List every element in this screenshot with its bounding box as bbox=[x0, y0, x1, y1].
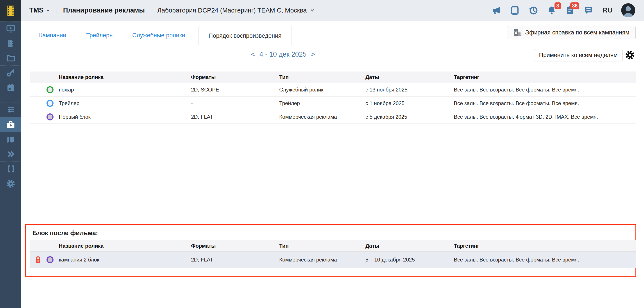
column-header-type: Тип bbox=[279, 243, 366, 249]
tab-service-clips[interactable]: Служебные ролики bbox=[132, 32, 185, 39]
column-header-formats: Форматы bbox=[191, 74, 279, 80]
tasks-button[interactable]: 36 bbox=[565, 5, 575, 16]
clip-formats: 2D, SCOPE bbox=[191, 87, 279, 93]
folder-icon bbox=[6, 53, 16, 63]
settings-gear-button[interactable] bbox=[625, 50, 636, 61]
playlist-transfer-icon bbox=[6, 105, 15, 114]
clip-type: Служебный ролик bbox=[279, 87, 366, 93]
sidebar-item-ad-planning[interactable] bbox=[0, 117, 21, 132]
double-chevron-icon bbox=[6, 150, 15, 159]
notifications-button[interactable]: 3 bbox=[546, 5, 557, 16]
history-icon bbox=[528, 5, 538, 15]
chevron-down-icon bbox=[46, 8, 50, 13]
language-switcher[interactable]: RU bbox=[602, 6, 612, 14]
app-logo[interactable] bbox=[0, 0, 21, 21]
apply-all-weeks-button[interactable]: Применить ко всем неделям bbox=[534, 49, 623, 62]
sidebar-item-settings[interactable] bbox=[0, 176, 21, 191]
clip-name: кампания 2 блок bbox=[59, 257, 191, 263]
clip-targeting: Все залы. Все возрасты. Все форматы. Всё… bbox=[454, 100, 636, 106]
after-film-table: Название ролика Форматы Тип Даты Таргети… bbox=[30, 240, 636, 268]
after-film-table-body: кампания 2 блок 2D, FLAT Коммерческая ре… bbox=[30, 252, 636, 268]
clip-formats: 2D, FLAT bbox=[191, 114, 279, 120]
broadcast-report-label: Эфирная справка по всем кампаниям bbox=[525, 29, 630, 36]
tab-campaigns[interactable]: Кампании bbox=[39, 32, 66, 39]
status-circle[interactable] bbox=[46, 256, 54, 263]
topbar-actions: 3 36 RU bbox=[491, 3, 635, 17]
clip-targeting: Все залы. Все возрасты. Все форматы. Всё… bbox=[454, 257, 636, 263]
person-silhouette-icon bbox=[621, 3, 635, 17]
lock-icon[interactable] bbox=[35, 256, 42, 263]
venue-selector[interactable]: Лаборатория DCP24 (Мастеринг) TEAM С, Мо… bbox=[157, 7, 315, 14]
app-menu[interactable]: TMS bbox=[29, 6, 50, 14]
sidebar bbox=[0, 0, 21, 308]
divider bbox=[151, 6, 151, 15]
calendar-icon bbox=[6, 83, 15, 92]
clip-targeting: Все залы. Все возрасты. Формат 3D, 2D, I… bbox=[454, 114, 636, 120]
status-circle[interactable] bbox=[46, 100, 54, 107]
column-header-type: Тип bbox=[279, 74, 366, 80]
ad-planning-briefcase-icon bbox=[6, 120, 16, 130]
key-icon bbox=[6, 68, 15, 78]
map-icon bbox=[6, 135, 16, 144]
clip-dates: с 13 ноября 2025 bbox=[366, 87, 454, 93]
table-row[interactable]: Первый блок 2D, FLAT Коммерческая реклам… bbox=[30, 110, 636, 124]
column-header-name: Название ролика bbox=[59, 243, 191, 249]
sidebar-item-forward[interactable] bbox=[0, 147, 21, 162]
tabbar-border bbox=[21, 45, 644, 45]
clip-name: пожар bbox=[59, 87, 191, 93]
film-strip-logo-icon bbox=[4, 4, 17, 17]
announcements-button[interactable] bbox=[491, 5, 502, 16]
sidebar-item-screen-play[interactable] bbox=[0, 21, 21, 36]
sidebar-item-folders[interactable] bbox=[0, 51, 21, 65]
clip-type: Коммерческая реклама bbox=[279, 114, 366, 120]
clip-targeting: Все залы. Все возрасты. Все форматы. Всё… bbox=[454, 87, 636, 93]
history-button[interactable] bbox=[528, 5, 538, 16]
week-navigator: < 4 - 10 дек 2025 > bbox=[228, 50, 338, 58]
clip-name: Трейлер bbox=[59, 100, 191, 106]
app-root: TMS Планирование рекламы Лаборатория DCP… bbox=[0, 0, 644, 308]
screen-play-icon bbox=[6, 24, 16, 34]
gear-icon bbox=[6, 179, 16, 188]
notifications-badge: 3 bbox=[554, 2, 561, 9]
user-avatar[interactable] bbox=[621, 3, 635, 17]
tab-trailers[interactable]: Трейлеры bbox=[86, 32, 114, 39]
gear-icon bbox=[625, 50, 635, 60]
topbar: TMS Планирование рекламы Лаборатория DCP… bbox=[21, 0, 644, 21]
week-range-label: 4 - 10 дек 2025 bbox=[260, 50, 306, 58]
divider bbox=[56, 6, 57, 15]
clip-dates: с 5 декабря 2025 bbox=[366, 114, 454, 120]
after-film-block: Блок после фильма: Название ролика Форма… bbox=[25, 224, 636, 277]
next-week-button[interactable]: > bbox=[311, 50, 315, 58]
megaphone-icon bbox=[491, 5, 502, 15]
column-header-dates: Даты bbox=[366, 243, 454, 249]
column-header-targeting: Таргетинг bbox=[454, 74, 636, 80]
table-row[interactable]: пожар 2D, SCOPE Служебный ролик с 13 ноя… bbox=[30, 83, 636, 96]
tasks-badge: 36 bbox=[570, 2, 580, 9]
broadcast-report-button[interactable]: X Эфирная справка по всем кампаниям bbox=[507, 26, 636, 39]
sidebar-item-calendar[interactable] bbox=[0, 80, 21, 95]
sidebar-item-access-keys[interactable] bbox=[0, 65, 21, 80]
brackets-icon bbox=[6, 164, 15, 174]
clip-formats: - bbox=[191, 100, 279, 106]
sidebar-item-playlist-transfer[interactable] bbox=[0, 102, 21, 117]
sidebar-item-film-library[interactable] bbox=[0, 36, 21, 51]
column-header-formats: Форматы bbox=[191, 243, 279, 249]
table-row[interactable]: кампания 2 блок 2D, FLAT Коммерческая ре… bbox=[30, 252, 636, 268]
sidebar-item-brackets[interactable] bbox=[0, 162, 21, 176]
playlist-table-header: Название ролика Форматы Тип Даты Таргети… bbox=[30, 72, 636, 83]
messages-button[interactable] bbox=[583, 5, 594, 16]
status-circle[interactable] bbox=[46, 114, 54, 120]
clip-name: Первый блок bbox=[59, 114, 191, 120]
table-row[interactable]: Трейлер - Трейлер с 1 ноября 2025 Все за… bbox=[30, 96, 636, 110]
prev-week-button[interactable]: < bbox=[251, 50, 255, 58]
sidebar-gap bbox=[0, 95, 21, 102]
status-circle[interactable] bbox=[46, 86, 54, 93]
column-header-targeting: Таргетинг bbox=[454, 243, 636, 249]
app-menu-label: TMS bbox=[29, 6, 44, 14]
after-film-block-title: Блок после фильма: bbox=[32, 230, 636, 237]
playlist-table: Название ролика Форматы Тип Даты Таргети… bbox=[30, 72, 636, 124]
devices-button[interactable] bbox=[510, 5, 520, 16]
tab-playback-order[interactable]: Порядок воспроизведения bbox=[198, 26, 292, 45]
excel-icon: X bbox=[513, 28, 522, 37]
sidebar-item-map[interactable] bbox=[0, 132, 21, 147]
